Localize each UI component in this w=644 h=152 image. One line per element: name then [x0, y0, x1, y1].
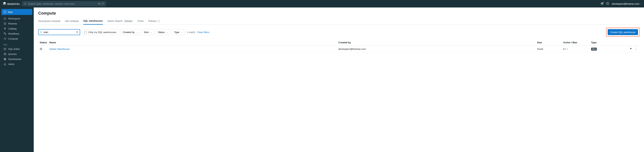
svg-point-10: [5, 29, 5, 30]
svg-rect-14: [4, 53, 6, 55]
clock-icon: [3, 22, 6, 25]
sidebar-item-catalog[interactable]: Catalog: [2, 26, 32, 31]
topbar-actions: developers@fivetran.com ▾: [600, 2, 641, 6]
svg-rect-18: [5, 59, 6, 60]
tab-pools[interactable]: Pools: [138, 20, 144, 25]
global-search-input[interactable]: [28, 3, 96, 5]
table-row: Starter Warehouse developers@fivetran.co…: [38, 46, 640, 53]
sidebar-item-workflows[interactable]: Workflows: [2, 31, 32, 36]
sidebar-section-sql: SQL: [2, 41, 32, 47]
user-menu[interactable]: developers@fivetran.com ▾: [612, 3, 641, 5]
filter-created-by[interactable]: Created by⌄: [121, 29, 140, 35]
new-button[interactable]: + New: [2, 9, 32, 15]
svg-line-1: [26, 4, 26, 5]
sidebar-item-compute[interactable]: Compute: [2, 36, 32, 41]
only-my-checkbox-input[interactable]: [84, 31, 87, 33]
svg-rect-11: [4, 33, 5, 34]
chevron-down-icon: ⌄: [150, 31, 152, 33]
svg-rect-12: [5, 34, 6, 35]
brand-logo[interactable]: databricks: [3, 2, 20, 6]
svg-rect-13: [4, 48, 6, 50]
info-icon: i: [158, 20, 160, 22]
tab-vector-search[interactable]: Vector Search Preview: [107, 20, 133, 25]
cell-actions: ⋮: [626, 47, 640, 50]
sidebar: + New Workspace Recents Catalog Workflow…: [0, 8, 34, 152]
cell-created-by: developers@fivetran.com: [338, 48, 537, 50]
sidebar-item-alerts[interactable]: Alerts: [2, 62, 32, 67]
svg-point-19: [40, 31, 42, 33]
sidebar-item-recents[interactable]: Recents: [2, 21, 32, 26]
filter-search-input[interactable]: [44, 31, 75, 34]
col-header-created-by: Created by: [338, 41, 537, 44]
svg-point-8: [4, 28, 5, 28]
global-search[interactable]: ⌘ + P: [22, 1, 106, 6]
cloud-icon: [3, 37, 6, 40]
databricks-icon: [3, 2, 6, 6]
sidebar-item-sql-editor[interactable]: SQL Editor: [2, 47, 32, 52]
only-my-checkbox[interactable]: Only my SQL warehouses: [82, 29, 119, 35]
kebab-menu-icon[interactable]: ⋮: [635, 47, 638, 50]
cell-active-max: 0 / 1: [563, 48, 591, 50]
dashboards-icon: [3, 58, 6, 61]
filter-bar: ✕ Only my SQL warehouses Created by⌄ Siz…: [38, 28, 640, 37]
table-header: Status Name Created by Size Active / Max…: [38, 40, 640, 46]
workflows-icon: [3, 32, 6, 35]
col-header-name: Name: [50, 41, 338, 44]
clear-search-icon[interactable]: ✕: [76, 31, 78, 33]
search-icon: [40, 31, 42, 33]
svg-rect-15: [4, 58, 5, 59]
match-count: 1 match: [186, 31, 195, 34]
queries-icon: [3, 53, 6, 55]
preview-badge: Preview: [124, 20, 133, 22]
plus-circle-icon: +: [3, 11, 6, 14]
warehouse-name-link[interactable]: Starter Warehouse: [50, 48, 70, 50]
create-button-highlight: Create SQL warehouse: [606, 28, 640, 37]
sidebar-item-label: Alerts: [8, 63, 14, 66]
col-header-size: Size: [537, 41, 563, 44]
sidebar-item-dashboards[interactable]: Dashboards: [2, 57, 32, 62]
cell-size: Small: [537, 48, 563, 50]
folder-icon: [3, 17, 6, 20]
page-title: Compute: [38, 11, 640, 16]
clear-filters-link[interactable]: Clear filters: [197, 31, 210, 34]
sidebar-item-label: Workspace: [8, 17, 20, 20]
create-sql-warehouse-button[interactable]: Create SQL warehouse: [608, 29, 638, 35]
search-icon: [24, 3, 26, 5]
sidebar-item-queries[interactable]: Queries: [2, 52, 32, 57]
tab-all-purpose[interactable]: All-purpose compute: [38, 20, 60, 25]
filter-type[interactable]: Type⌄: [172, 29, 185, 35]
col-header-status: Status: [38, 41, 50, 44]
tabs: All-purpose compute Job compute SQL ware…: [38, 20, 640, 25]
sidebar-item-label: Compute: [8, 37, 18, 40]
tab-policies[interactable]: Policies i: [148, 20, 160, 25]
gift-icon[interactable]: [600, 2, 604, 6]
svg-point-9: [5, 28, 6, 28]
filter-status[interactable]: Status⌄: [156, 29, 170, 35]
tab-sql-warehouses[interactable]: SQL warehouses: [83, 20, 103, 25]
notification-dot: [603, 2, 604, 3]
sidebar-item-workspace[interactable]: Workspace: [2, 16, 32, 21]
start-icon[interactable]: [630, 47, 632, 50]
search-shortcut: ⌘ + P: [98, 3, 104, 5]
user-email: developers@fivetran.com: [612, 3, 639, 5]
warehouses-table: Status Name Created by Size Active / Max…: [38, 40, 640, 53]
col-header-type: Type: [591, 41, 626, 44]
checkbox-label: Only my SQL warehouses: [88, 31, 116, 34]
top-bar: databricks ⌘ + P developers@fivetran.com…: [0, 0, 644, 8]
main-content: Compute All-purpose compute Job compute …: [34, 8, 644, 152]
tab-job-compute[interactable]: Job compute: [65, 20, 79, 25]
svg-point-0: [24, 3, 26, 4]
svg-rect-16: [5, 58, 6, 59]
svg-rect-17: [4, 59, 5, 60]
cell-status: [38, 48, 50, 50]
type-badge: Pro: [591, 48, 597, 51]
sidebar-item-label: Queries: [8, 53, 17, 55]
sql-editor-icon: [3, 48, 6, 50]
filter-search[interactable]: ✕: [38, 29, 80, 35]
status-stopped-icon: [40, 48, 42, 50]
filter-size[interactable]: Size⌄: [142, 29, 154, 35]
new-button-label: New: [8, 11, 13, 14]
help-icon[interactable]: [606, 2, 609, 6]
svg-line-20: [42, 33, 42, 33]
sidebar-item-label: SQL Editor: [8, 48, 20, 50]
